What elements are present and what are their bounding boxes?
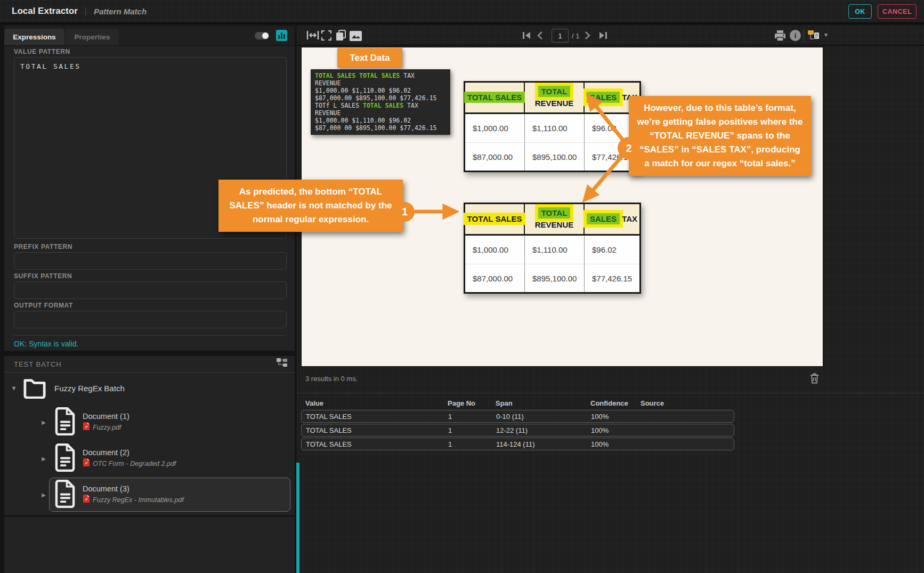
table-body: $1,000.00$1,110.00$96.02$87,000.00$895,1… — [465, 236, 639, 292]
titlebar: Local Extractor | Pattern Match OK CANCE… — [0, 0, 924, 23]
result-value: TOTAL SALES — [306, 413, 448, 421]
tab-expressions[interactable]: Expressions — [4, 29, 64, 45]
fit-width-icon[interactable] — [306, 30, 319, 43]
suffix-pattern-input[interactable] — [14, 281, 287, 299]
page-total-label: / 1 — [572, 32, 579, 40]
cancel-button[interactable]: CANCEL — [878, 4, 917, 19]
copy-pages-icon[interactable] — [336, 30, 346, 43]
result-confidence: 100% — [591, 426, 641, 434]
scrollbar-thumb[interactable] — [296, 463, 299, 573]
prefix-pattern-input[interactable] — [14, 252, 287, 270]
document-name: Document (2) — [83, 448, 176, 457]
bar-chart-icon[interactable] — [276, 30, 287, 41]
local-extractor-window: Local Extractor | Pattern Match OK CANCE… — [0, 0, 924, 573]
result-page-no: 1 — [448, 440, 496, 448]
result-page-no: 1 — [448, 426, 496, 434]
page-subtitle: Pattern Match — [94, 7, 147, 16]
nav-next-icon[interactable] — [585, 31, 590, 42]
results-summary: 3 results in 0 ms. — [305, 375, 358, 383]
results-rows: TOTAL SALES 1 0-10 (11) 100% TOTAL SALES… — [301, 410, 734, 450]
result-value: TOTAL SALES — [306, 440, 448, 448]
annotation-callout-2: However, due to this table’s format, we’… — [629, 96, 811, 176]
page-title: Local Extractor — [12, 6, 78, 17]
image-icon[interactable] — [350, 31, 362, 43]
ok-button[interactable]: OK — [848, 4, 872, 19]
document-icon — [55, 480, 76, 510]
annotation-number-2: 2 — [618, 137, 640, 159]
toolbar-separator — [804, 29, 804, 42]
col-header-source[interactable]: Source — [641, 399, 734, 407]
expand-caret-icon[interactable]: ▶ — [38, 456, 49, 462]
results-header-row: Value Page No Span Confidence Source — [301, 397, 734, 409]
output-format-label: OUTPUT FORMAT — [14, 302, 73, 309]
document-icon — [55, 407, 76, 438]
chevron-down-icon[interactable]: ▼ — [823, 32, 829, 38]
document-icon — [55, 443, 76, 474]
result-page-no: 1 — [448, 413, 496, 421]
viewer-toolbar: / 1 i ▼ — [297, 26, 924, 46]
text-data-label: Text Data — [337, 48, 402, 68]
nav-first-icon[interactable] — [522, 31, 531, 42]
col-header-page-no[interactable]: Page No — [448, 399, 496, 407]
divider — [297, 393, 924, 393]
document-name: Document (1) — [83, 412, 129, 421]
document-row[interactable]: ▶ Document (2) OTC Form - Degraded 2.pdf — [4, 440, 295, 477]
value-pattern-label: VALUE PATTERN — [14, 48, 70, 55]
expand-caret-icon[interactable]: ▶ — [38, 492, 49, 498]
document-filename: Fuzzy RegEx - Immutables.pdf — [93, 496, 184, 504]
result-row[interactable]: TOTAL SALES 1 0-10 (11) 100% — [301, 410, 734, 423]
table-header-row: TOTΛL SALESTOTALREVENUESALES TAX — [465, 204, 639, 236]
divider — [14, 335, 287, 336]
annotation-callout-1: As predicted, the bottom “TOTAL SALES” h… — [218, 180, 403, 232]
page-number-input[interactable] — [552, 29, 569, 43]
col-header-span[interactable]: Span — [496, 399, 590, 407]
ocr-text-block: TOTAL SALES TOTAL SALES TAXREVENUE$1,000… — [311, 69, 450, 135]
table-body: $1,000.00$1,110.00$96.02$87,000.00$895,1… — [465, 114, 639, 171]
pdf-icon — [83, 422, 90, 432]
sample-table-bottom: TOTΛL SALESTOTALREVENUESALES TAX $1,000.… — [464, 203, 641, 294]
trash-icon[interactable] — [810, 373, 819, 386]
toggle-icon[interactable] — [255, 32, 269, 39]
pdf-icon — [83, 495, 90, 505]
document-list: ▶ Document (1) Fuzzy.pdf ▶ D — [4, 404, 295, 513]
result-span: 0-10 (11) — [496, 413, 591, 421]
document-name: Document (3) — [83, 485, 184, 493]
batch-folder-name: Fuzzy RegEx Batch — [54, 384, 125, 393]
divider — [4, 515, 295, 516]
prefix-pattern-label: PREFIX PATTERN — [14, 243, 72, 251]
suffix-pattern-label: SUFFIX PATTERN — [14, 272, 72, 280]
output-format-input[interactable] — [14, 311, 287, 328]
tab-properties[interactable]: Properties — [66, 29, 119, 45]
result-confidence: 100% — [591, 440, 641, 448]
annotation-number-1: 1 — [395, 202, 415, 222]
result-row[interactable]: TOTAL SALES 1 12-22 (11) 100% — [301, 424, 734, 437]
nav-last-icon[interactable] — [598, 31, 607, 42]
col-header-confidence[interactable]: Confidence — [590, 399, 641, 407]
export-batch-icon[interactable] — [807, 30, 821, 44]
tab-strip: Expressions Properties — [4, 26, 295, 46]
print-icon[interactable] — [774, 30, 786, 44]
batch-folder-row[interactable]: ▼ Fuzzy RegEx Batch — [4, 373, 295, 403]
document-filename: OTC Form - Degraded 2.pdf — [93, 460, 176, 467]
marquee-select-icon[interactable] — [321, 30, 331, 41]
document-row[interactable]: ▶ Document (3) Fuzzy RegEx - Immutables.… — [4, 477, 295, 513]
result-confidence: 100% — [591, 413, 641, 421]
nav-prev-icon[interactable] — [537, 31, 543, 42]
result-value: TOTAL SALES — [306, 426, 448, 434]
info-icon[interactable]: i — [790, 30, 801, 41]
syntax-status: OK: Syntax is valid. — [14, 340, 78, 348]
collapse-caret-icon[interactable]: ▼ — [9, 385, 19, 391]
document-row[interactable]: ▶ Document (1) Fuzzy.pdf — [4, 404, 295, 440]
col-header-value[interactable]: Value — [305, 399, 448, 407]
result-row[interactable]: TOTAL SALES 1 114-124 (11) 100% — [301, 438, 734, 450]
title-separator: | — [85, 6, 87, 16]
expand-caret-icon[interactable]: ▶ — [38, 419, 49, 425]
pdf-icon — [83, 458, 90, 469]
document-filename: Fuzzy.pdf — [93, 424, 121, 431]
titlebar-actions: OK CANCEL — [848, 4, 917, 19]
hierarchy-icon[interactable] — [277, 358, 287, 370]
folder-icon — [22, 376, 47, 401]
panel-divider — [4, 351, 295, 356]
result-span: 114-124 (11) — [496, 440, 591, 448]
sample-table-top: TOTAL SALESTOTALREVENUESALES TAX $1,000.… — [464, 81, 641, 172]
